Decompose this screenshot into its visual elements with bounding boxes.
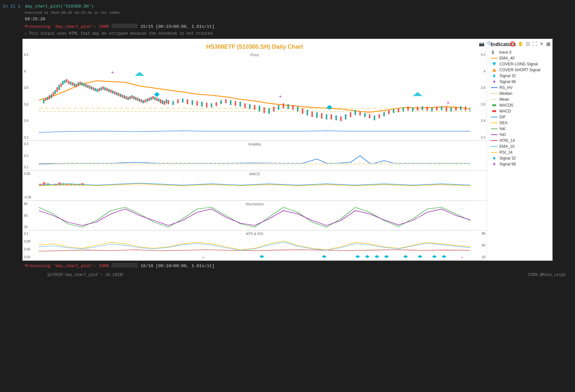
legend-label-cover-short: COVER-SHORT Signal xyxy=(499,68,540,72)
stochastics-label: Stochastics xyxy=(245,202,264,206)
mean-icon xyxy=(491,97,497,102)
legend-item-dif[interactable]: DIF xyxy=(491,115,549,119)
legend-label-macd: MACD xyxy=(499,109,511,113)
svg-marker-185 xyxy=(492,68,496,72)
legend-item-pctd[interactable]: %D xyxy=(491,132,549,137)
progress-label-bottom: Processing 'day_chart_plot': 100% xyxy=(25,264,109,268)
volatility-label: Volatility xyxy=(248,142,261,146)
notebook-cell: In 21 1 day_chart_plot('510300.SH') Exec… xyxy=(0,0,575,283)
signal68-icon: + xyxy=(491,79,497,84)
svg-rect-190 xyxy=(492,104,496,106)
signal32b-icon xyxy=(491,156,497,161)
volatility-yaxis: 0.3 0.2 0.1 xyxy=(23,141,39,171)
zoom-in-icon[interactable]: ＋ xyxy=(495,40,500,47)
legend-label-ema40: EMA_40 xyxy=(499,56,514,60)
atr-yaxis: 0.1 0.08 0.06 0.04 xyxy=(23,230,39,260)
trust-warning-text: This output uses HTML that may be stripp… xyxy=(29,31,213,36)
xaxis-svg: 2022-10-2 2022-11-1 2022-12-1 2023-01-1 … xyxy=(39,248,470,260)
pctk-icon xyxy=(491,127,497,131)
settings-icon[interactable]: ▦ xyxy=(546,40,551,47)
macd-yaxis: 0.05 -0.05 xyxy=(23,171,39,200)
cell-header: In 21 1 day_chart_plot('510300.SH') xyxy=(0,3,575,10)
legend-label-signal68b: Signal 68 xyxy=(499,162,516,166)
rsi14-icon xyxy=(491,150,497,155)
svg-rect-0 xyxy=(39,52,470,141)
legend-item-macd5[interactable]: MACD5 xyxy=(491,103,549,108)
svg-marker-199 xyxy=(493,157,496,160)
cell-code: day_chart_plot('510300.SH') xyxy=(25,4,94,9)
median-icon xyxy=(491,91,497,96)
reset-icon[interactable]: ⊡ xyxy=(525,40,531,47)
legend-item-signal68[interactable]: + Signal 68 xyxy=(491,79,549,84)
lasso-icon[interactable]: ⭕ xyxy=(509,40,516,47)
ema10-icon xyxy=(491,144,497,149)
legend-label-atrr14: ATRr_14 xyxy=(499,138,515,143)
atr-yaxis-right: 80 60 20 xyxy=(470,230,487,260)
legend-item-signal32[interactable]: Signal 32 xyxy=(491,74,549,78)
legend-item-dea[interactable]: DEA xyxy=(491,121,549,125)
macd-icon xyxy=(491,109,497,113)
chart-toolbar: 📷 🔍 ＋ － ⭕ ✋ ⊡ ⛶ ✕ ▦ xyxy=(478,40,551,47)
legend-item-macd[interactable]: MACD xyxy=(491,109,549,113)
legend-label-dif: DIF xyxy=(499,115,506,119)
trust-toggle[interactable]: ▾ xyxy=(25,32,27,36)
legend-label-ema10: EMA_10 xyxy=(499,144,514,149)
cell-in-label: In 21 1 xyxy=(3,4,22,9)
stochastics-yaxis: 80 60 20 xyxy=(23,201,39,230)
stochastics-subplot: Stochastics 80 60 20 xyxy=(23,201,487,231)
legend-label-pctd: %D xyxy=(499,132,506,137)
trace0-icon xyxy=(491,50,497,55)
cover-short-icon xyxy=(491,68,497,72)
legend-item-rsi14[interactable]: RSI_14 xyxy=(491,150,549,155)
pan-icon[interactable]: ✋ xyxy=(517,40,524,47)
progress-line-bottom: Processing 'day_chart_plot': 100% 18/18 … xyxy=(22,262,575,269)
macd-label: MACD xyxy=(249,172,260,176)
legend-label-signal68: Signal 68 xyxy=(499,79,516,84)
legend-item-cover-short[interactable]: COVER-SHORT Signal xyxy=(491,68,549,72)
cell-executed: Executed at 2024.06.02 08:25:38 in 18s 1… xyxy=(22,10,575,15)
csdn-credit: CSDN @Mike_Leigh xyxy=(528,273,572,277)
signal68b-icon: + xyxy=(491,162,497,166)
macd-subplot: MACD 0.05 -0.05 xyxy=(23,171,487,201)
legend-item-atrr14[interactable]: ATRr_14 xyxy=(491,138,549,143)
legend-item-trace0[interactable]: trace 0 xyxy=(491,50,549,55)
legend-item-mean[interactable]: Mean xyxy=(491,97,549,102)
atr-subplot: ATR & RSI 0.1 0.08 0.06 0.04 80 60 20 xyxy=(23,230,487,261)
close-icon[interactable]: ✕ xyxy=(539,40,544,47)
chart-plots: HS300ETF (510300.SH) Daily Chart Price 4… xyxy=(23,39,487,261)
signal-plus-3: + xyxy=(446,100,450,106)
volatility-subplot: Volatility 0.3 0.2 0.1 xyxy=(23,141,487,171)
legend-item-median[interactable]: Median xyxy=(491,91,549,96)
legend-item-rshv[interactable]: RS_HV xyxy=(491,85,549,90)
legend-item-pctk[interactable]: %K xyxy=(491,127,549,131)
legend-item-signal68b[interactable]: + Signal 68 xyxy=(491,162,549,166)
legend-label-rshv: RS_HV xyxy=(499,85,513,90)
price-yaxis-left: 4.2 4 3.8 3.6 3.4 3.2 xyxy=(23,52,39,141)
signal-plus-1: + xyxy=(111,70,114,75)
zoom-icon[interactable]: 🔍 xyxy=(486,40,493,47)
legend-item-cover-long[interactable]: COVER-LONG Signal xyxy=(491,62,549,66)
atr-label: ATR & RSI xyxy=(246,232,263,236)
progress-bar-container-bottom xyxy=(112,263,138,267)
progress-bar-top xyxy=(112,24,138,29)
camera-icon[interactable]: 📷 xyxy=(478,40,485,47)
macd5-icon xyxy=(491,103,497,108)
legend-item-ema10[interactable]: EMA_10 xyxy=(491,144,549,149)
legend-label-median: Median xyxy=(499,91,512,96)
cover-long-icon xyxy=(491,62,497,66)
legend-panel: Indicators trace 0 xyxy=(487,39,552,261)
progress-stats-top: 15/15 [00:15<00:00, 1.01s/it] xyxy=(140,24,214,29)
output-time: 08:25:20 xyxy=(22,15,575,23)
dea-icon xyxy=(491,121,497,125)
fullscreen-icon[interactable]: ⛶ xyxy=(532,40,538,47)
legend-item-ema40[interactable]: EMA_40 xyxy=(491,56,549,60)
svg-rect-143 xyxy=(62,183,65,186)
svg-rect-191 xyxy=(492,110,496,112)
price-yaxis-right: 4.2 4 3.8 3.6 3.4 3.2 xyxy=(470,52,487,141)
runtime-text: 运行时间'day_chart_plot': 18.182秒 xyxy=(44,271,126,279)
legend-item-signal32b[interactable]: Signal 32 xyxy=(491,156,549,161)
zoom-out-icon[interactable]: － xyxy=(502,40,508,47)
legend-label-macd5: MACD5 xyxy=(499,103,513,108)
chart-inner: HS300ETF (510300.SH) Daily Chart Price 4… xyxy=(23,39,552,261)
signal-plus-2: + xyxy=(279,94,282,99)
